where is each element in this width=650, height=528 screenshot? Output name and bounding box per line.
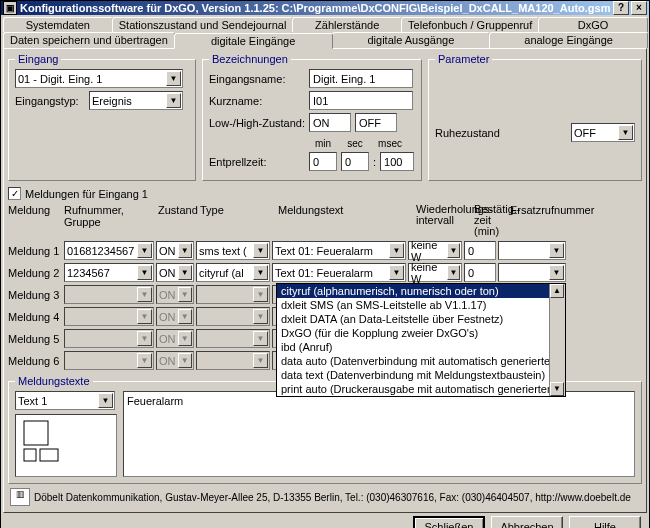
- combo-meldungstext[interactable]: Text 01: Feueralarm▼: [272, 263, 406, 282]
- close-button[interactable]: Schließen: [413, 516, 485, 528]
- dropdown-option[interactable]: print auto (Druckerausgabe mit automatis…: [277, 382, 565, 396]
- combo-type: ▼: [196, 329, 270, 348]
- chevron-down-icon: ▼: [389, 243, 404, 258]
- chevron-down-icon: ▼: [253, 353, 268, 368]
- close-button-titlebar[interactable]: ×: [631, 1, 647, 15]
- combo-rufnummer[interactable]: 1234567▼: [64, 263, 154, 282]
- input-bestaetigzeit[interactable]: [464, 263, 496, 282]
- meldung-row: Meldung 101681234567▼ON▼sms text (▼Text …: [8, 241, 642, 260]
- legend-parameter: Parameter: [435, 53, 492, 65]
- tab-zaehlerstaende[interactable]: Zählerstände: [292, 17, 402, 32]
- dropdown-option[interactable]: dxleit DATA (an Data-Leitstelle über Fes…: [277, 312, 565, 326]
- meldung-header: Meldung Rufnummer, Gruppe Zustand Type M…: [8, 202, 642, 239]
- combo-wiederholung[interactable]: keine W▼: [408, 241, 462, 260]
- tab-digitale-eingaenge[interactable]: digitale Eingänge: [174, 33, 333, 49]
- button-bar: Schließen Abbrechen Hilfe: [3, 513, 647, 528]
- scroll-down-icon[interactable]: ▼: [550, 382, 564, 396]
- scroll-up-icon[interactable]: ▲: [550, 284, 564, 298]
- combo-type: ▼: [196, 351, 270, 370]
- chevron-down-icon: ▼: [549, 243, 564, 258]
- combo-wiederholung[interactable]: keine W▼: [408, 263, 462, 282]
- combo-ersatzruf[interactable]: ▼: [498, 263, 566, 282]
- combo-ruhezustand[interactable]: OFF▼: [571, 123, 635, 142]
- chevron-down-icon: ▼: [137, 243, 152, 258]
- help-button[interactable]: Hilfe: [569, 516, 641, 528]
- svg-rect-1: [24, 449, 36, 461]
- combo-ersatzruf[interactable]: ▼: [498, 241, 566, 260]
- hdr-rufnummer: Rufnummer, Gruppe: [64, 204, 156, 237]
- text-preview-box: [15, 414, 117, 477]
- combo-type: ▼: [196, 285, 270, 304]
- footer-text: Döbelt Datenkommunikation, Gustav-Meyer-…: [34, 492, 640, 503]
- combo-zustand: ON▼: [156, 285, 194, 304]
- combo-rufnummer: ▼: [64, 351, 154, 370]
- input-eingangsname[interactable]: [309, 69, 413, 88]
- app-window: ▣ Konfigurationssoftware für DxGO, Versi…: [0, 0, 650, 528]
- dropdown-option[interactable]: ibd (Anruf): [277, 340, 565, 354]
- combo-type[interactable]: sms text (▼: [196, 241, 270, 260]
- chevron-down-icon: ▼: [137, 353, 152, 368]
- tab-analoge-eingaenge[interactable]: analoge Eingänge: [489, 32, 648, 48]
- label-sec: sec: [341, 138, 369, 149]
- dropdown-option[interactable]: DxGO (für die Kopplung zweier DxGO's): [277, 326, 565, 340]
- tab-digitale-ausgaenge[interactable]: digitale Ausgänge: [332, 32, 491, 48]
- group-eingang: Eingang 01 - Digit. Eing. 1▼ Eingangstyp…: [8, 53, 196, 181]
- input-entprell-sec[interactable]: [341, 152, 369, 171]
- combo-zustand[interactable]: ON▼: [156, 263, 194, 282]
- combo-type: ▼: [196, 307, 270, 326]
- dropdown-option[interactable]: cityruf (alphanumerisch, numerisch oder …: [277, 284, 565, 298]
- type-dropdown-list[interactable]: cityruf (alphanumerisch, numerisch oder …: [276, 283, 566, 397]
- chevron-down-icon: ▼: [253, 265, 268, 280]
- input-bestaetigzeit[interactable]: [464, 241, 496, 260]
- combo-eingangstyp[interactable]: Ereignis▼: [89, 91, 183, 110]
- chevron-down-icon: ▼: [137, 331, 152, 346]
- tab-stationszustand[interactable]: Stationszustand und Sendejournal: [112, 17, 294, 32]
- combo-text-select[interactable]: Text 1▼: [15, 391, 115, 410]
- group-bezeichnungen: Bezeichnungen Eingangsname: Kurzname: Lo…: [202, 53, 422, 181]
- combo-eingangstyp-value: Ereignis: [92, 95, 132, 107]
- svg-rect-0: [24, 421, 48, 445]
- combo-zustand[interactable]: ON▼: [156, 241, 194, 260]
- input-entprell-msec[interactable]: [380, 152, 414, 171]
- tab-dxgo[interactable]: DxGO: [538, 17, 648, 32]
- tab-daten-speichern[interactable]: Daten speichern und übertragen: [3, 32, 175, 48]
- help-button-titlebar[interactable]: ?: [613, 1, 629, 15]
- textarea-meldungstext[interactable]: [123, 391, 635, 477]
- combo-zustand: ON▼: [156, 329, 194, 348]
- input-high[interactable]: [355, 113, 397, 132]
- chevron-down-icon: ▼: [178, 243, 193, 258]
- dropdown-option[interactable]: dxleit SMS (an SMS-Leitstelle ab V1.1.17…: [277, 298, 565, 312]
- combo-type[interactable]: cityruf (al▼: [196, 263, 270, 282]
- label-msec: msec: [373, 138, 407, 149]
- svg-rect-2: [40, 449, 58, 461]
- chevron-down-icon: ▼: [253, 287, 268, 302]
- checkbox-label: Meldungen für Eingang 1: [25, 188, 148, 200]
- checkbox-meldungen-eingang[interactable]: ✓ Meldungen für Eingang 1: [8, 187, 642, 200]
- combo-rufnummer[interactable]: 01681234567▼: [64, 241, 154, 260]
- chevron-down-icon: ▼: [166, 93, 181, 108]
- titlebar[interactable]: ▣ Konfigurationssoftware für DxGO, Versi…: [1, 1, 649, 15]
- hdr-zeit-2: zeit (min): [474, 215, 508, 237]
- input-entprell-min[interactable]: [309, 152, 337, 171]
- dropdown-option[interactable]: data auto (Datenverbindung mit automatis…: [277, 354, 565, 368]
- label-kurzname: Kurzname:: [209, 95, 305, 107]
- label-ruhezustand: Ruhezustand: [435, 127, 567, 139]
- chevron-down-icon: ▼: [618, 125, 633, 140]
- input-low[interactable]: [309, 113, 351, 132]
- hdr-meldung: Meldung: [8, 204, 62, 237]
- input-kurzname[interactable]: [309, 91, 413, 110]
- combo-eingang-value: 01 - Digit. Eing. 1: [18, 73, 102, 85]
- dropdown-option[interactable]: data text (Datenverbindung mit Meldungst…: [277, 368, 565, 382]
- tab-systemdaten[interactable]: Systemdaten: [3, 17, 113, 32]
- tab-telefonbuch[interactable]: Telefonbuch / Gruppenruf: [401, 17, 539, 32]
- combo-meldungstext[interactable]: Text 01: Feueralarm▼: [272, 241, 406, 260]
- group-parameter: Parameter Ruhezustand OFF▼: [428, 53, 642, 181]
- scrollbar[interactable]: ▲▼: [549, 284, 565, 396]
- window-title: Konfigurationssoftware für DxGO, Version…: [20, 2, 611, 14]
- meldung-label: Meldung 1: [8, 245, 62, 257]
- cancel-button[interactable]: Abbrechen: [491, 516, 563, 528]
- meldung-label: Meldung 6: [8, 355, 62, 367]
- chevron-down-icon: ▼: [98, 393, 113, 408]
- chevron-down-icon: ▼: [253, 243, 268, 258]
- combo-eingang-select[interactable]: 01 - Digit. Eing. 1▼: [15, 69, 183, 88]
